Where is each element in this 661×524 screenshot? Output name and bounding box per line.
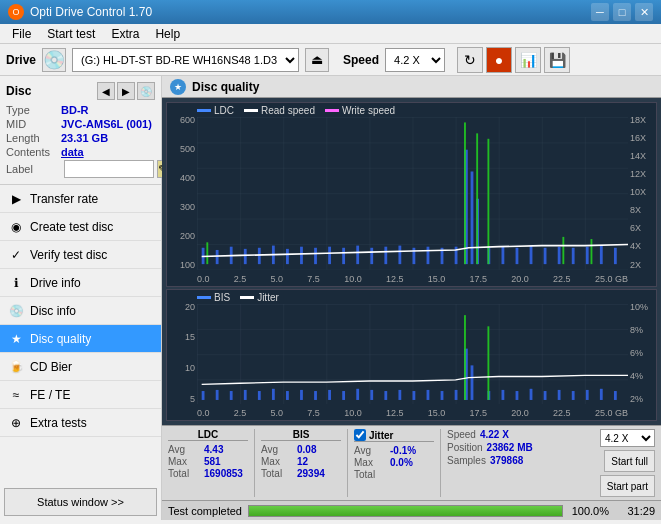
sidebar-item-disc-quality[interactable]: ★ Disc quality	[0, 325, 161, 353]
sidebar-item-drive-info[interactable]: ℹ Drive info	[0, 269, 161, 297]
svg-rect-8	[300, 247, 303, 264]
label-input[interactable]	[64, 160, 154, 178]
contents-value[interactable]: data	[61, 146, 84, 158]
svg-rect-50	[342, 391, 345, 400]
disc-mid-row: MID JVC-AMS6L (001)	[6, 118, 155, 130]
menu-extra[interactable]: Extra	[103, 25, 147, 43]
nav-label: Disc info	[30, 304, 76, 318]
refresh-button[interactable]: ↻	[457, 47, 483, 73]
bis-avg-row: Avg 0.08	[261, 444, 341, 455]
stats-divider-1	[254, 429, 255, 497]
title-bar: O Opti Drive Control 1.70 ─ □ ✕	[0, 0, 661, 24]
svg-rect-12	[356, 246, 359, 265]
svg-rect-46	[286, 391, 289, 400]
drive-select[interactable]: (G:) HL-DT-ST BD-RE WH16NS48 1.D3	[72, 48, 299, 72]
jitter-max-row: Max 0.0%	[354, 457, 434, 468]
mid-label: MID	[6, 118, 61, 130]
maximize-button[interactable]: □	[613, 3, 631, 21]
menu-file[interactable]: File	[4, 25, 39, 43]
drive-bar: Drive 💿 (G:) HL-DT-ST BD-RE WH16NS48 1.D…	[0, 44, 661, 76]
read-speed-legend: Read speed	[244, 105, 315, 116]
svg-rect-67	[572, 391, 575, 400]
ldc-max-row: Max 581	[168, 456, 248, 467]
ldc-avg-value: 4.43	[204, 444, 223, 455]
svg-rect-33	[206, 242, 208, 264]
status-window-button[interactable]: Status window >>	[4, 488, 157, 516]
svg-rect-70	[614, 391, 617, 400]
svg-rect-41	[216, 389, 219, 399]
eject-button[interactable]: ⏏	[305, 48, 329, 72]
menu-starttest[interactable]: Start test	[39, 25, 103, 43]
nav-label: Transfer rate	[30, 192, 98, 206]
position-row: Position 23862 MB	[447, 442, 547, 453]
progress-bar-area: Test completed 100.0% 31:29	[162, 500, 661, 520]
bis-max-value: 12	[297, 456, 308, 467]
svg-rect-64	[530, 388, 533, 399]
write-speed-legend: Write speed	[325, 105, 395, 116]
minimize-button[interactable]: ─	[591, 3, 609, 21]
title-bar-left: O Opti Drive Control 1.70	[8, 4, 152, 20]
svg-rect-17	[471, 171, 474, 264]
close-button[interactable]: ✕	[635, 3, 653, 21]
jitter-legend: Jitter	[240, 292, 279, 303]
disc-image-icon: 💿	[137, 82, 155, 100]
save-button[interactable]: 💾	[544, 47, 570, 73]
progress-label: Test completed	[168, 505, 242, 517]
progress-percent: 100.0%	[569, 505, 609, 517]
svg-rect-47	[300, 389, 303, 399]
stats-divider-3	[440, 429, 441, 497]
create-test-disc-icon: ◉	[8, 219, 24, 235]
nav-label: Verify test disc	[30, 248, 107, 262]
contents-label: Contents	[6, 146, 61, 158]
disc-icons: ◀ ▶ 💿	[97, 82, 155, 100]
sidebar-item-verify-test-disc[interactable]: ✓ Verify test disc	[0, 241, 161, 269]
app-title: Opti Drive Control 1.70	[30, 5, 152, 19]
jitter-checkbox[interactable]	[354, 429, 366, 441]
svg-rect-35	[476, 133, 478, 264]
extra-tests-icon: ⊕	[8, 415, 24, 431]
svg-rect-52	[370, 389, 373, 399]
disc-next-icon[interactable]: ▶	[117, 82, 135, 100]
svg-rect-11	[342, 248, 345, 264]
sidebar-item-fe-te[interactable]: ≈ FE / TE	[0, 381, 161, 409]
disc-prev-icon[interactable]: ◀	[97, 82, 115, 100]
speed-select-stat[interactable]: 4.2 X	[600, 429, 655, 447]
svg-rect-24	[502, 247, 505, 264]
svg-rect-30	[586, 247, 589, 264]
svg-rect-32	[614, 248, 617, 264]
disc-header: Disc ◀ ▶ 💿	[6, 82, 155, 100]
sidebar-item-disc-info[interactable]: 💿 Disc info	[0, 297, 161, 325]
svg-rect-39	[197, 304, 628, 404]
bis-total-value: 29394	[297, 468, 325, 479]
sidebar-item-cd-bier[interactable]: 🍺 CD Bier	[0, 353, 161, 381]
disc-quality-icon: ★	[8, 331, 24, 347]
nav-label: CD Bier	[30, 360, 72, 374]
transfer-rate-icon: ▶	[8, 191, 24, 207]
position-label: Position	[447, 442, 483, 453]
sidebar-item-extra-tests[interactable]: ⊕ Extra tests	[0, 409, 161, 437]
sidebar-item-transfer-rate[interactable]: ▶ Transfer rate	[0, 185, 161, 213]
stats-bar: LDC Avg 4.43 Max 581 Total 1690853 BIS	[162, 425, 661, 500]
analyze-button[interactable]: 📊	[515, 47, 541, 73]
y-axis-left-top: 600 500 400 300 200 100	[167, 103, 197, 286]
start-full-button[interactable]: Start full	[604, 450, 655, 472]
disc-panel: Disc ◀ ▶ 💿 Type BD-R MID JVC-AMS6L (001)…	[0, 76, 161, 185]
svg-rect-53	[384, 391, 387, 400]
mid-value: JVC-AMS6L (001)	[61, 118, 152, 130]
y-axis-right-bottom: 10% 8% 6% 4% 2%	[628, 290, 656, 420]
speed-select[interactable]: 4.2 X	[385, 48, 445, 72]
sidebar-item-create-test-disc[interactable]: ◉ Create test disc	[0, 213, 161, 241]
title-controls: ─ □ ✕	[591, 3, 653, 21]
svg-rect-28	[558, 247, 561, 264]
nav-spacer	[0, 437, 161, 484]
burn-button[interactable]: ●	[486, 47, 512, 73]
svg-rect-58	[427, 389, 430, 399]
menu-help[interactable]: Help	[147, 25, 188, 43]
type-value: BD-R	[61, 104, 89, 116]
stats-bis: BIS Avg 0.08 Max 12 Total 29394	[261, 429, 341, 479]
stats-divider-2	[347, 429, 348, 497]
drive-label: Drive	[6, 53, 36, 67]
verify-test-disc-icon: ✓	[8, 247, 24, 263]
start-part-button[interactable]: Start part	[600, 475, 655, 497]
svg-rect-68	[586, 389, 589, 399]
